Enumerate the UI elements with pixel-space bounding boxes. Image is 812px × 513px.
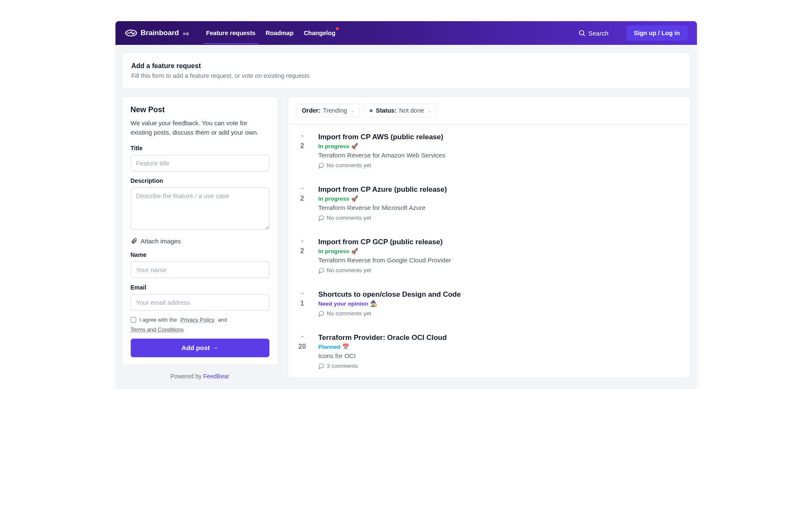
comment-icon: [318, 311, 324, 317]
post-comments[interactable]: No comments yet: [318, 310, 682, 317]
attach-label: Attach images: [141, 237, 181, 245]
vote-count: 20: [299, 343, 306, 350]
post-comments[interactable]: No comments yet: [318, 162, 682, 168]
privacy-policy-link[interactable]: Privacy Policy: [180, 317, 214, 323]
vote-button[interactable]: ⌃2: [296, 133, 308, 168]
name-input[interactable]: [131, 262, 269, 278]
terms-link[interactable]: Terms and Conditions: [131, 326, 184, 333]
post-description: Terraform Reverse from Google Cloud Prov…: [318, 256, 682, 264]
chevron-up-icon: ⌃: [299, 187, 305, 194]
chevron-up-icon: ⌃: [299, 135, 305, 141]
order-label: Order:: [302, 107, 321, 114]
new-post-form: New Post We value your feedback. You can…: [122, 97, 278, 365]
consent-row: I agree with the Privacy Policy and Term…: [131, 317, 269, 333]
nav-link-changelog[interactable]: Changelog: [303, 22, 336, 44]
hero-card: Add a feature request Fill this form to …: [122, 52, 691, 89]
title-input[interactable]: [131, 155, 269, 171]
filter-bar: Order: Trending ⌄ Status: Not done ⌄: [288, 97, 690, 124]
chevron-down-icon: ⌄: [351, 108, 354, 113]
post-title[interactable]: Shortcuts to open/close Design and Code: [318, 290, 682, 299]
status-value: Not done: [399, 107, 424, 114]
post-item[interactable]: ⌃20Terraform Provider: Oracle OCI CloudP…: [296, 325, 682, 378]
description-label: Description: [131, 177, 269, 184]
post-comments[interactable]: No comments yet: [318, 267, 682, 273]
post-title[interactable]: Import from CP AWS (public release): [318, 133, 682, 141]
nav-links: Feature requests Roadmap Changelog: [205, 22, 336, 44]
search-button[interactable]: Search: [578, 29, 609, 37]
post-body: Shortcuts to open/close Design and CodeN…: [318, 290, 682, 317]
name-label: Name: [131, 251, 269, 258]
post-item[interactable]: ⌃2Import from CP Azure (public release)I…: [296, 177, 682, 229]
svg-point-1: [579, 30, 584, 35]
nav-link-roadmap[interactable]: Roadmap: [265, 22, 294, 44]
post-item[interactable]: ⌃2Import from CP GCP (public release)In …: [296, 229, 682, 282]
hero-subtitle: Fill this form to add a feature request,…: [132, 72, 681, 79]
consent-checkbox[interactable]: [131, 317, 136, 323]
brand-name: Brainboard: [141, 29, 179, 37]
chevron-up-icon: ⌃: [299, 335, 305, 342]
search-label: Search: [588, 30, 609, 37]
post-description: Icons for OCI: [318, 352, 682, 359]
post-item[interactable]: ⌃1Shortcuts to open/close Design and Cod…: [296, 282, 682, 325]
email-label: Email: [131, 284, 269, 291]
search-icon: [578, 29, 586, 37]
feedbear-link[interactable]: FeedBear: [203, 373, 229, 380]
comment-icon: [318, 363, 324, 369]
attach-images-button[interactable]: Attach images: [131, 237, 269, 245]
nav-link-feature-requests[interactable]: Feature requests: [205, 22, 256, 44]
post-title[interactable]: Terraform Provider: Oracle OCI Cloud: [318, 334, 682, 342]
post-body: Import from CP GCP (public release)In pr…: [318, 238, 682, 273]
comment-icon: [318, 215, 324, 221]
vote-count: 2: [300, 247, 304, 255]
chevron-down-icon: ⌄: [428, 108, 431, 113]
email-input[interactable]: [131, 294, 269, 311]
post-status: In progress 🚀: [318, 143, 682, 149]
vote-button[interactable]: ⌃2: [296, 238, 308, 273]
post-status: In progress 🚀: [318, 195, 682, 202]
vote-button[interactable]: ⌃20: [296, 334, 308, 369]
vote-count: 1: [300, 300, 304, 307]
status-dot-icon: [370, 109, 373, 112]
post-item[interactable]: ⌃2Import from CP AWS (public release)In …: [296, 124, 682, 177]
paperclip-icon: [131, 237, 137, 244]
vote-button[interactable]: ⌃1: [296, 290, 308, 317]
vote-count: 2: [300, 142, 304, 150]
post-list-card: Order: Trending ⌄ Status: Not done ⌄ ⌃2I…: [288, 97, 691, 378]
comment-icon: [318, 268, 324, 273]
add-post-button[interactable]: Add post →: [131, 339, 269, 357]
post-body: Import from CP Azure (public release)In …: [318, 185, 682, 221]
order-value: Trending: [323, 107, 347, 114]
post-status: Planned 📅: [318, 343, 682, 350]
chevron-up-icon: ⌃: [299, 240, 305, 246]
consent-middle: and: [218, 317, 227, 323]
powered-by: Powered by FeedBear: [122, 373, 278, 380]
post-body: Terraform Provider: Oracle OCI CloudPlan…: [318, 334, 682, 369]
vote-button[interactable]: ⌃2: [296, 185, 308, 221]
post-comments[interactable]: 3 comments: [318, 363, 682, 369]
post-title[interactable]: Import from CP Azure (public release): [318, 185, 682, 194]
brand-logo[interactable]: Brainboard KB: [125, 29, 189, 37]
order-filter[interactable]: Order: Trending ⌄: [296, 104, 360, 117]
post-description: Terraform Reverse for Microsoft Azure: [318, 204, 682, 211]
hero-title: Add a feature request: [132, 62, 681, 70]
comment-icon: [318, 163, 324, 168]
title-label: Title: [131, 145, 269, 152]
brainboard-logo-icon: [125, 29, 137, 37]
post-title[interactable]: Import from CP GCP (public release): [318, 238, 682, 246]
status-label: Status:: [376, 107, 397, 114]
consent-prefix: I agree with the: [140, 317, 177, 323]
chevron-up-icon: ⌃: [299, 292, 305, 299]
form-description: We value your feedback. You can vote for…: [131, 119, 269, 137]
description-input[interactable]: [131, 188, 269, 230]
post-list: ⌃2Import from CP AWS (public release)In …: [288, 124, 690, 378]
vote-count: 2: [300, 195, 304, 202]
status-filter[interactable]: Status: Not done ⌄: [364, 104, 437, 117]
post-description: Terraform Reverse for Amazon Web Service…: [318, 152, 682, 159]
post-status: Need your opinion 🧙: [318, 300, 682, 307]
post-comments[interactable]: No comments yet: [318, 215, 682, 221]
signup-login-button[interactable]: Sign up / Log in: [626, 25, 688, 41]
post-body: Import from CP AWS (public release)In pr…: [318, 133, 682, 168]
svg-line-2: [583, 34, 585, 36]
brand-badge: KB: [183, 32, 189, 36]
top-nav: Brainboard KB Feature requests Roadmap C…: [115, 21, 697, 45]
